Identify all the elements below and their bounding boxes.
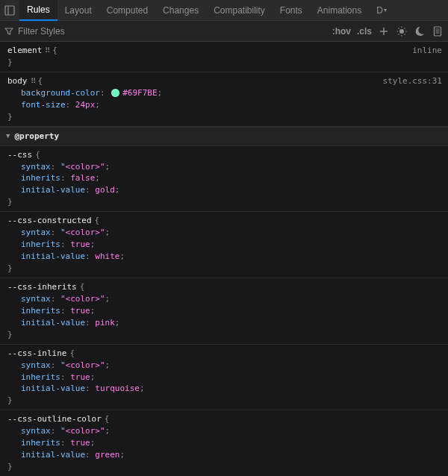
property-value[interactable]: true xyxy=(70,239,90,249)
print-simulation-icon[interactable] xyxy=(432,25,444,37)
declaration[interactable]: inherits: true; xyxy=(21,372,442,383)
property-value[interactable]: true xyxy=(70,438,90,448)
css-rule[interactable]: --css {syntax: "<color>";inherits: false… xyxy=(0,146,448,213)
property-name[interactable]: inherits xyxy=(21,372,60,382)
property-name[interactable]: font-size xyxy=(21,100,66,110)
css-rule[interactable]: element⠿ {inline} xyxy=(0,42,448,72)
selector[interactable]: element xyxy=(7,45,42,57)
devtools-tabbar: Rules Layout Computed Changes Compatibil… xyxy=(0,0,448,21)
filter-icon xyxy=(4,27,13,36)
close-brace: } xyxy=(7,111,442,123)
tab-animations[interactable]: Animations xyxy=(310,0,369,21)
tab-rules[interactable]: Rules xyxy=(19,0,57,21)
property-value[interactable]: "<color>" xyxy=(60,360,105,370)
svg-rect-0 xyxy=(5,6,14,15)
property-value[interactable]: false xyxy=(70,173,95,183)
light-mode-icon[interactable] xyxy=(396,25,408,37)
declaration[interactable]: background-color: #69F7BE; xyxy=(21,87,442,99)
declaration[interactable]: font-size: 24px; xyxy=(21,99,442,111)
css-rule[interactable]: body⠿ {style.css:31background-color: #69… xyxy=(0,72,448,127)
property-name[interactable]: syntax xyxy=(21,360,51,370)
declaration[interactable]: syntax: "<color>"; xyxy=(21,293,442,305)
selector[interactable]: --css xyxy=(7,149,32,161)
property-value[interactable]: true xyxy=(70,306,90,316)
declaration[interactable]: syntax: "<color>"; xyxy=(21,161,442,173)
cls-toggle[interactable]: .cls xyxy=(357,26,372,37)
property-value[interactable]: pink xyxy=(95,318,115,328)
declaration[interactable]: initial-value: turquoise; xyxy=(21,383,442,395)
property-value[interactable]: #69F7BE xyxy=(122,88,157,98)
property-value[interactable]: green xyxy=(95,450,119,460)
styles-toolbar: :hov .cls xyxy=(0,21,448,42)
property-value[interactable]: "<color>" xyxy=(60,162,105,172)
selector[interactable]: --css-constructed xyxy=(7,215,92,227)
declaration[interactable]: inherits: true; xyxy=(21,437,442,449)
declaration[interactable]: initial-value: gold; xyxy=(21,184,442,196)
svg-line-10 xyxy=(405,28,405,28)
dark-mode-icon[interactable] xyxy=(414,25,426,37)
selector[interactable]: --css-inherits xyxy=(7,281,77,293)
property-name[interactable]: syntax xyxy=(21,294,51,304)
css-rule[interactable]: --css-outline-color {syntax: "<color>";i… xyxy=(0,410,448,476)
declaration[interactable]: inherits: false; xyxy=(21,172,442,184)
color-swatch[interactable] xyxy=(111,89,119,97)
property-value[interactable]: "<color>" xyxy=(60,294,105,304)
declaration[interactable]: syntax: "<color>"; xyxy=(21,425,442,437)
filter-input[interactable] xyxy=(18,26,108,37)
property-value[interactable]: white xyxy=(95,251,119,261)
selector[interactable]: --css-outline-color xyxy=(7,413,102,425)
selector[interactable]: --css-inline xyxy=(7,348,66,360)
open-brace: { xyxy=(35,149,40,161)
declaration[interactable]: inherits: true; xyxy=(21,239,442,251)
property-name[interactable]: inherits xyxy=(21,239,60,249)
new-rule-icon[interactable] xyxy=(378,25,390,37)
css-rule[interactable]: --css-inline {syntax: "<color>";inherits… xyxy=(0,345,448,411)
property-name[interactable]: initial-value xyxy=(21,450,85,460)
tab-compatibility[interactable]: Compatibility xyxy=(206,0,273,21)
property-name[interactable]: syntax xyxy=(21,162,51,172)
property-value[interactable]: "<color>" xyxy=(60,228,105,237)
rule-source-link[interactable]: style.css:31 xyxy=(383,75,442,87)
close-brace: } xyxy=(7,196,442,208)
property-name[interactable]: initial-value xyxy=(21,251,85,261)
property-name[interactable]: syntax xyxy=(21,228,51,237)
property-value[interactable]: turquoise xyxy=(95,383,140,393)
open-brace: { xyxy=(69,348,75,360)
declaration[interactable]: syntax: "<color>"; xyxy=(21,227,442,239)
property-name[interactable]: inherits xyxy=(21,173,60,183)
selector[interactable]: body xyxy=(7,75,28,87)
property-value[interactable]: gold xyxy=(95,185,115,195)
section-title: @property xyxy=(14,131,59,143)
property-name[interactable]: inherits xyxy=(21,306,60,316)
property-name[interactable]: syntax xyxy=(21,426,51,436)
property-value[interactable]: "<color>" xyxy=(60,426,105,436)
pseudo-hov-toggle[interactable]: :hov xyxy=(332,26,351,37)
property-name[interactable]: initial-value xyxy=(21,318,85,328)
property-name[interactable]: initial-value xyxy=(21,185,85,195)
property-name[interactable]: initial-value xyxy=(21,383,85,393)
css-rule[interactable]: --css-inherits {syntax: "<color>";inheri… xyxy=(0,278,448,345)
at-property-section-header[interactable]: ▼ @property xyxy=(0,127,448,146)
tab-fonts[interactable]: Fonts xyxy=(273,0,310,21)
filter-styles[interactable] xyxy=(4,26,108,37)
property-name[interactable]: background-color xyxy=(21,88,100,98)
tab-computed[interactable]: Computed xyxy=(99,0,155,21)
open-brace: { xyxy=(38,75,43,87)
declaration[interactable]: inherits: true; xyxy=(21,305,442,317)
tab-changes[interactable]: Changes xyxy=(155,0,206,21)
property-value[interactable]: 24px xyxy=(75,100,96,110)
grid-badge-icon: ⠿ xyxy=(31,76,35,87)
rules-pane[interactable]: element⠿ {inline}body⠿ {style.css:31back… xyxy=(0,42,448,476)
open-brace: { xyxy=(105,413,110,425)
css-rule[interactable]: --css-constructed {syntax: "<color>";inh… xyxy=(0,212,448,278)
declaration[interactable]: syntax: "<color>"; xyxy=(21,360,442,372)
declaration[interactable]: initial-value: white; xyxy=(21,251,442,263)
tab-overflow[interactable]: D▾ xyxy=(369,0,390,21)
declaration[interactable]: initial-value: green; xyxy=(21,449,442,461)
declaration[interactable]: initial-value: pink; xyxy=(21,317,442,329)
dock-panel-icon[interactable] xyxy=(3,4,16,17)
tab-layout[interactable]: Layout xyxy=(57,0,99,21)
property-value[interactable]: true xyxy=(70,372,90,382)
rule-source-link[interactable]: inline xyxy=(412,45,442,57)
property-name[interactable]: inherits xyxy=(21,438,60,448)
